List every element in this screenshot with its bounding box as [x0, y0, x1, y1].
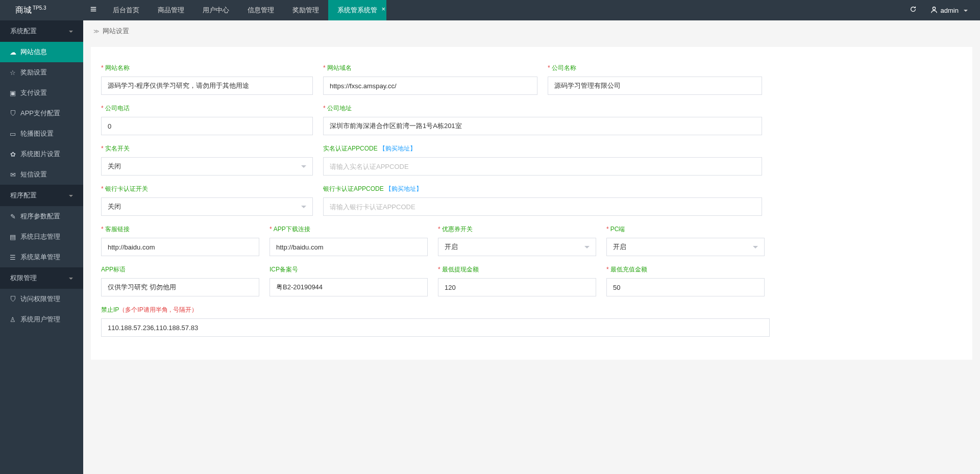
field-pc-side: *PC端 开启: [601, 221, 770, 261]
label-app-slogan: APP标语: [101, 265, 259, 274]
sidebar-group-permission[interactable]: 权限管理: [0, 267, 83, 289]
input-service-link[interactable]: [101, 238, 259, 256]
sidebar-item-label: 奖励设置: [20, 68, 47, 77]
link-icon: ✎: [9, 213, 16, 220]
nav-item-reward[interactable]: 奖励管理: [283, 0, 328, 20]
input-min-recharge[interactable]: [606, 278, 765, 296]
input-app-slogan[interactable]: [101, 278, 259, 296]
sidebar-item-label: 访问权限管理: [20, 294, 60, 304]
user-name: admin: [941, 7, 959, 14]
label-pc-side: *PC端: [606, 225, 765, 234]
sidebar-group-label: 权限管理: [10, 273, 37, 283]
link-buy-bankcard[interactable]: 【购买地址】: [385, 185, 422, 192]
logo-badge: TP5.3: [33, 5, 46, 11]
field-site-name: *网站名称: [96, 60, 318, 100]
select-pc-side[interactable]: 开启: [606, 238, 765, 256]
label-site-name: *网站名称: [101, 64, 313, 72]
field-company-phone: *公司电话: [96, 100, 318, 140]
chat-icon: ✉: [9, 171, 16, 179]
sidebar-group-label: 程序配置: [10, 191, 37, 200]
select-realname-switch[interactable]: 关闭: [101, 157, 313, 176]
sidebar-item-access[interactable]: ⛉访问权限管理: [0, 289, 83, 309]
logo-text: 商城: [15, 5, 32, 16]
sidebar-item-label: 网站信息: [20, 47, 47, 57]
input-icp[interactable]: [270, 278, 428, 296]
nav-item-users[interactable]: 用户中心: [193, 0, 238, 20]
header-right: admin: [903, 6, 980, 15]
sidebar-item-label: 支付设置: [20, 88, 47, 97]
input-app-download[interactable]: [270, 238, 428, 256]
select-bankcard-switch[interactable]: 关闭: [101, 197, 313, 216]
user-icon: [930, 6, 938, 15]
sidebar-item-sysusers[interactable]: ♙系统用户管理: [0, 309, 83, 330]
sidebar-item-label: 系统菜单管理: [20, 253, 60, 262]
label-company-phone: *公司电话: [101, 104, 313, 113]
sidebar-group-label: 系统配置: [10, 27, 37, 36]
input-realname-appcode[interactable]: [323, 157, 762, 176]
chevron-down-icon: [69, 275, 73, 282]
menu-icon: ☰: [9, 254, 16, 261]
label-min-recharge: *最低充值金额: [606, 265, 765, 274]
link-buy-realname[interactable]: 【购买地址】: [379, 145, 416, 152]
field-ban-ip: 禁止IP（多个IP请用半角 , 号隔开）: [96, 302, 775, 342]
label-bankcard-switch: *银行卡认证开关: [101, 185, 313, 193]
sidebar-item-reward[interactable]: ☆奖励设置: [0, 62, 83, 83]
input-site-domain[interactable]: [323, 77, 537, 95]
nav-item-home[interactable]: 后台首页: [104, 0, 149, 20]
sidebar-item-sysimage[interactable]: ✿系统图片设置: [0, 144, 83, 164]
shield-icon: ⛉: [9, 110, 16, 117]
cloud-icon: ☁: [9, 48, 16, 56]
gear-icon: ✿: [9, 151, 16, 158]
star-icon: ☆: [9, 69, 16, 77]
label-min-withdraw: *最低提现金额: [438, 265, 596, 274]
sidebar-group-system[interactable]: 系统配置: [0, 20, 83, 42]
label-ban-ip: 禁止IP（多个IP请用半角 , 号隔开）: [101, 306, 770, 314]
input-ban-ip[interactable]: [101, 318, 770, 337]
sidebar: 系统配置 ☁网站信息 ☆奖励设置 ▣支付设置 ⛉APP支付配置 ▭轮播图设置 ✿…: [0, 20, 83, 365]
field-bankcard-appcode: 银行卡认证APPCODE 【购买地址】: [318, 181, 767, 221]
input-bankcard-appcode[interactable]: [323, 197, 762, 216]
label-realname-appcode: 实名认证APPCODE 【购买地址】: [323, 144, 762, 153]
input-site-name[interactable]: [101, 77, 313, 95]
input-company-address[interactable]: [323, 117, 762, 135]
label-bankcard-appcode: 银行卡认证APPCODE 【购买地址】: [323, 185, 762, 193]
sidebar-item-label: 系统用户管理: [20, 315, 60, 324]
sidebar-item-sms[interactable]: ✉短信设置: [0, 164, 83, 185]
sidebar-item-siteinfo[interactable]: ☁网站信息: [0, 42, 83, 62]
breadcrumb: ≫ 网站设置: [83, 20, 980, 42]
field-realname-appcode: 实名认证APPCODE 【购买地址】: [318, 140, 767, 181]
sidebar-item-label: 短信设置: [20, 170, 47, 179]
shield-icon: ⛉: [9, 295, 16, 303]
sidebar-item-payment[interactable]: ▣支付设置: [0, 83, 83, 103]
nav-item-info[interactable]: 信息管理: [238, 0, 283, 20]
sidebar-item-app-payment[interactable]: ⛉APP支付配置: [0, 103, 83, 123]
chevron-down-icon: [69, 28, 73, 35]
breadcrumb-icon: ≫: [93, 28, 100, 35]
refresh-icon[interactable]: [903, 6, 923, 15]
sidebar-item-label: 程序参数配置: [20, 212, 60, 221]
field-site-domain: *网站域名: [318, 60, 543, 100]
field-min-withdraw: *最低提现金额: [433, 261, 601, 302]
sidebar-item-label: APP支付配置: [20, 109, 60, 118]
nav-item-products[interactable]: 商品管理: [149, 0, 193, 20]
user-menu[interactable]: admin: [923, 6, 975, 15]
input-min-withdraw[interactable]: [438, 278, 596, 296]
input-company-phone[interactable]: [101, 117, 313, 135]
menu-toggle-icon[interactable]: [83, 6, 104, 15]
input-company-name[interactable]: [548, 77, 762, 95]
field-service-link: *客服链接: [96, 221, 264, 261]
field-realname-switch: *实名开关 关闭: [96, 140, 318, 181]
sidebar-item-params[interactable]: ✎程序参数配置: [0, 206, 83, 227]
chevron-down-icon: [962, 7, 968, 14]
image-icon: ▭: [9, 130, 16, 138]
sidebar-item-logs[interactable]: ▤系统日志管理: [0, 227, 83, 247]
sidebar-item-carousel[interactable]: ▭轮播图设置: [0, 123, 83, 144]
field-icp: ICP备案号: [264, 261, 433, 302]
select-coupon-switch[interactable]: 开启: [438, 238, 596, 256]
sidebar-group-program[interactable]: 程序配置: [0, 185, 83, 206]
label-app-download: *APP下载连接: [270, 225, 428, 234]
sidebar-item-menus[interactable]: ☰系统菜单管理: [0, 247, 83, 267]
label-service-link: *客服链接: [101, 225, 259, 234]
nav-item-system[interactable]: 系统管系统管: [328, 0, 386, 20]
label-coupon-switch: *优惠券开关: [438, 225, 596, 234]
